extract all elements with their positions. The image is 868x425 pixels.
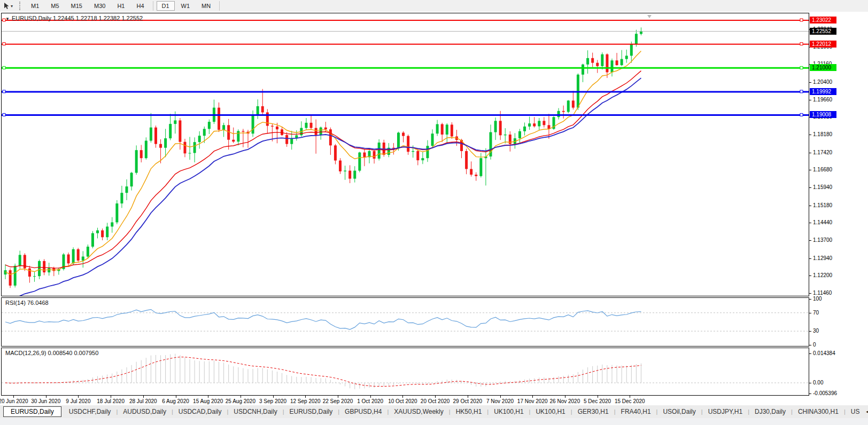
toolbar-grip[interactable] <box>19 2 22 10</box>
timeframe-button-m1[interactable]: M1 <box>26 1 44 11</box>
price-tick-label: 1.12200 <box>813 272 832 279</box>
price-tick-label: 1.15180 <box>813 202 832 209</box>
time-tick-mark <box>78 396 79 398</box>
timeframe-button-w1[interactable]: W1 <box>176 1 196 11</box>
macd-tick-mark <box>809 383 811 383</box>
hline-handle[interactable] <box>3 43 5 45</box>
time-tick-label: 17 Nov 2020 <box>517 398 548 404</box>
tab-china300-h1[interactable]: CHINA300,H1 <box>793 407 844 416</box>
macd-tick-label: 0.00 <box>813 380 823 386</box>
timeframe-button-mn[interactable]: MN <box>196 1 216 11</box>
price-tick-label: 1.14440 <box>813 219 832 226</box>
tab-usoil-daily[interactable]: USOil,Daily <box>657 407 701 416</box>
price-tick-label: 1.12940 <box>813 255 832 262</box>
hline-handle[interactable] <box>800 66 803 69</box>
terminal-window: ▾ M1M5M15M30H1H4D1W1MN ▼EURUSD,Daily 1.2… <box>0 0 868 425</box>
tab-us[interactable]: US <box>846 407 865 416</box>
hline-handle[interactable] <box>800 90 803 93</box>
price-tick-mark <box>809 223 811 223</box>
price-tick-mark <box>809 240 811 241</box>
tab-dj30-daily[interactable]: DJ30,Daily <box>749 407 791 416</box>
macd-tick-mark <box>809 353 811 354</box>
time-tick-mark <box>273 396 274 398</box>
tab-gbpusd-h4[interactable]: GBPUSD,H4 <box>339 407 387 416</box>
time-tick-mark <box>13 396 14 398</box>
time-tick-mark <box>241 396 241 398</box>
tab-eurusd-daily[interactable]: EURUSD,Daily <box>284 407 338 416</box>
tab-audusd-daily[interactable]: AUDUSD,Daily <box>118 407 172 416</box>
time-tick-label: 12 Sep 2020 <box>290 398 321 404</box>
cursor-tool-button[interactable]: ▾ <box>0 1 16 11</box>
tab-fra40-h1[interactable]: FRA40,H1 <box>616 407 656 416</box>
tab-ger30-h1[interactable]: GER30,H1 <box>572 407 614 416</box>
timeframe-button-h1[interactable]: H1 <box>112 1 130 11</box>
time-tick-label: 30 Jun 2020 <box>31 398 60 404</box>
time-tick-label: 20 Jun 2020 <box>0 398 28 404</box>
time-tick-label: 5 Dec 2020 <box>584 398 611 404</box>
cursor-icon <box>3 2 10 10</box>
tab-xauusd-weekly[interactable]: XAUUSD,Weekly <box>389 407 448 416</box>
tool-dropdown-caret[interactable]: ▾ <box>11 4 13 9</box>
tab-uk100-h1[interactable]: UK100,H1 <box>489 407 529 416</box>
rsi-canvas[interactable] <box>2 298 809 346</box>
tab-usdjpy-h1[interactable]: USDJPY,H1 <box>703 407 748 416</box>
timeframe-button-d1[interactable]: D1 <box>157 1 175 11</box>
rsi-label: RSI(14) 76.0468 <box>5 300 49 306</box>
price-tick-mark <box>809 276 811 276</box>
price-tick-label: 1.15940 <box>813 184 832 191</box>
tab-scroll-arrows: ◄► <box>865 409 868 414</box>
hline-handle[interactable] <box>800 19 803 21</box>
chart-tab-bar: EURUSD,DailyUSDCHF,Daily|AUDUSD,Daily|US… <box>0 405 868 418</box>
time-tick-mark <box>598 396 598 398</box>
line-price-badge: 1.19008 <box>810 111 836 118</box>
price-tick-label: 1.17420 <box>813 149 832 156</box>
timeframe-button-h4[interactable]: H4 <box>131 1 149 11</box>
time-tick-mark <box>111 396 111 398</box>
time-tick-label: 15 Aug 2020 <box>193 398 223 404</box>
time-tick-label: 10 Oct 2020 <box>388 398 417 404</box>
bottom-bar: EURUSD,DailyUSDCHF,Daily|AUDUSD,Daily|US… <box>0 405 868 425</box>
macd-canvas[interactable] <box>2 348 809 395</box>
rsi-tick-mark <box>809 299 811 300</box>
tab-usdchf-daily[interactable]: USDCHF,Daily <box>64 407 117 416</box>
price-tick-label: 1.13700 <box>813 237 832 243</box>
time-tick-label: 3 Sep 2020 <box>259 398 286 404</box>
chart-shift-marker-icon[interactable] <box>647 15 652 18</box>
chart-title: ▼EURUSD,Daily 1.22445 1.22718 1.22382 1.… <box>5 15 143 21</box>
time-tick-label: 26 Nov 2020 <box>550 398 580 404</box>
price-chart-canvas[interactable] <box>2 13 809 296</box>
tab-usdcad-daily[interactable]: USDCAD,Daily <box>173 407 227 416</box>
macd-label: MACD(12,26,9) 0.008540 0.007950 <box>5 350 98 356</box>
time-tick-mark <box>143 396 144 398</box>
hline-handle[interactable] <box>3 66 5 69</box>
price-tick-mark <box>809 135 811 135</box>
current-price-badge: 1.22552 <box>810 28 836 35</box>
hline-handle[interactable] <box>3 90 5 93</box>
tab-hk50-h1[interactable]: HK50,H1 <box>451 407 487 416</box>
macd-tick-mark <box>809 393 811 394</box>
rsi-tick-mark <box>809 331 811 332</box>
price-tick-mark <box>809 187 811 188</box>
timeframe-toolbar: ▾ M1M5M15M30H1H4D1W1MN <box>0 0 868 12</box>
price-tick-mark <box>809 258 811 259</box>
line-price-badge: 1.22012 <box>810 41 836 48</box>
time-tick-label: 20 Oct 2020 <box>421 398 449 404</box>
tab-eurusd-daily[interactable]: EURUSD,Daily <box>3 406 61 417</box>
time-tick-mark <box>500 396 501 398</box>
time-tick-mark <box>630 396 630 398</box>
hline-handle[interactable] <box>800 43 803 45</box>
ma-fast-line <box>5 51 641 275</box>
timeframe-button-m15[interactable]: M15 <box>66 1 88 11</box>
tab-scroll-left-icon[interactable]: ◄ <box>865 409 868 414</box>
tab-usdcnh-daily[interactable]: USDCNH,Daily <box>228 407 282 416</box>
time-tick-mark <box>338 396 338 398</box>
timeframe-button-m30[interactable]: M30 <box>89 1 111 11</box>
hline-handle[interactable] <box>800 113 803 116</box>
price-tick-mark <box>809 170 811 170</box>
rsi-panel: RSI(14) 76.0468 <box>1 297 809 347</box>
hline-handle[interactable] <box>3 113 5 116</box>
ma-slow-line <box>5 78 641 296</box>
timeframe-button-m5[interactable]: M5 <box>45 1 64 11</box>
time-tick-label: 15 Dec 2020 <box>615 398 645 404</box>
tab-uk100-h1[interactable]: UK100,H1 <box>530 407 570 416</box>
